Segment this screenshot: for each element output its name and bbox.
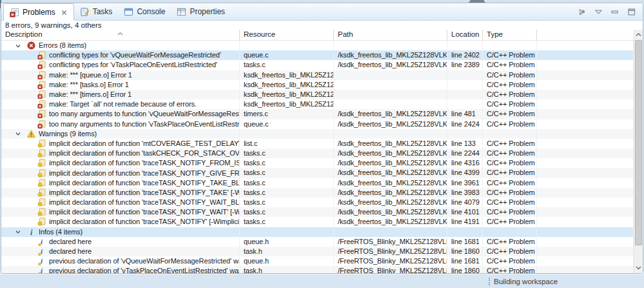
path-cell: /FreeRTOS_Blinky_MKL25Z128VLK4... (334, 266, 447, 273)
resource-cell: queue.c (240, 119, 334, 129)
expander-chevron-icon[interactable] (15, 229, 21, 235)
info-marker-icon: i (37, 247, 46, 256)
tasks-icon (80, 7, 90, 17)
tab-console[interactable]: Console (118, 3, 171, 20)
resource-cell: tasks.c (240, 60, 334, 70)
console-icon (124, 7, 133, 17)
resource-cell: tasks.c (240, 168, 334, 178)
group-label: Errors (8 items) (39, 41, 86, 50)
problem-row[interactable]: implicit declaration of function 'mtCOVE… (1, 139, 634, 149)
column-header-path[interactable]: Path (334, 30, 447, 40)
warning-marker-icon (37, 179, 46, 187)
location-cell: line 1681 (447, 237, 483, 247)
group-row-error[interactable]: Errors (8 items) (1, 41, 634, 50)
resource-cell: tasks.c (240, 149, 334, 158)
problem-row[interactable]: implicit declaration of function 'traceT… (1, 168, 634, 178)
filler-cell (537, 149, 634, 158)
location-cell: line 4079 (447, 198, 483, 207)
warning-marker-icon (37, 218, 46, 226)
resource-cell: queue.c (240, 50, 334, 60)
problem-row[interactable]: implicit declaration of function 'traceT… (1, 217, 634, 227)
description-cell: Errors (8 items) (1, 41, 240, 50)
filler-cell (537, 70, 634, 80)
resource-cell: tasks.c (240, 198, 334, 207)
description-cell: make: Target `all' not remade because of… (1, 99, 240, 109)
problem-row[interactable]: make: Target `all' not remade because of… (1, 99, 634, 109)
tab-label: Problems (23, 8, 55, 17)
problem-row[interactable]: iprevious declaration of 'vTaskPlaceOnEv… (1, 266, 634, 273)
problem-row[interactable]: implicit declaration of function 'traceT… (1, 207, 634, 217)
problem-row[interactable]: implicit declaration of function 'traceT… (1, 158, 634, 168)
scroll-up-icon[interactable] (634, 30, 643, 39)
location-cell (447, 129, 483, 139)
resource-cell: queue.h (240, 237, 334, 247)
filler-cell (537, 60, 634, 70)
problem-description: conflicting types for 'vTaskPlaceOnEvent… (49, 60, 217, 70)
column-header-location[interactable]: Location (447, 30, 483, 40)
location-cell (447, 41, 483, 50)
filter-icon[interactable] (577, 8, 586, 15)
description-cell: conflicting types for 'vQueueWaitForMess… (1, 50, 240, 60)
problem-row[interactable]: make: *** [queue.o] Error 1ksdk_freertos… (1, 70, 634, 80)
problem-row[interactable]: too many arguments to function 'vTaskPla… (1, 119, 634, 129)
tab-tasks[interactable]: Tasks (74, 3, 119, 20)
error-group-icon (27, 41, 35, 50)
column-header-description[interactable]: Description (1, 30, 240, 40)
location-cell: line 2424 (447, 119, 483, 129)
description-cell: implicit declaration of function 'mtCOVE… (1, 139, 240, 149)
path-cell (334, 129, 447, 139)
scrollbar-thumb[interactable] (635, 40, 642, 245)
problem-row[interactable]: ideclared herequeue.h/FreeRTOS_Blinky_MK… (1, 237, 634, 247)
column-header-filler (537, 30, 634, 40)
expander-chevron-icon[interactable] (15, 130, 21, 137)
scroll-down-icon[interactable] (634, 263, 643, 273)
filler-cell (537, 119, 634, 129)
problem-row[interactable]: implicit declaration of function 'taskCH… (1, 149, 634, 158)
status-drag-handle[interactable] (489, 278, 490, 285)
problem-row[interactable]: too many arguments to function 'vQueueWa… (1, 109, 634, 119)
resource-cell (240, 41, 334, 50)
properties-icon (177, 7, 186, 17)
view-menu-icon[interactable] (594, 8, 603, 15)
problem-description: make: *** [timers.o] Error 1 (49, 90, 132, 99)
status-item: Building workspace (489, 278, 558, 285)
close-icon[interactable] (61, 9, 68, 16)
expander-chevron-icon[interactable] (15, 43, 21, 49)
path-cell (334, 70, 447, 80)
problem-row[interactable]: conflicting types for 'vTaskPlaceOnEvent… (1, 60, 634, 70)
minimize-icon[interactable] (610, 8, 620, 15)
svg-text:i: i (41, 257, 43, 265)
problem-description: previous declaration of 'vQueueWaitForMe… (49, 256, 239, 266)
column-header-type[interactable]: Type (483, 30, 537, 40)
problems-icon (10, 8, 19, 17)
type-cell: C/C++ Problem (483, 198, 537, 207)
problem-row[interactable]: implicit declaration of function 'traceT… (1, 198, 634, 207)
group-row-info[interactable]: iInfos (4 items) (1, 227, 634, 237)
tab-problems[interactable]: Problems (3, 3, 74, 21)
problem-row[interactable]: ideclared heretask.h/FreeRTOS_Blinky_MKL… (1, 247, 634, 256)
problem-row[interactable]: iprevious declaration of 'vQueueWaitForM… (1, 256, 634, 266)
problem-row[interactable]: make: *** [tasks.o] Error 1ksdk_freertos… (1, 80, 634, 90)
column-label: Description (5, 30, 43, 38)
filler-cell (537, 168, 634, 178)
problem-row[interactable]: conflicting types for 'vQueueWaitForMess… (1, 50, 634, 60)
problem-row[interactable]: make: *** [timers.o] Error 1ksdk_freerto… (1, 90, 634, 99)
column-header-resource[interactable]: Resource (240, 30, 334, 40)
view-tab-bar: ProblemsTasksConsoleProperties (1, 3, 643, 21)
info-marker-icon: i (37, 257, 46, 265)
description-cell: implicit declaration of function 'taskCH… (1, 149, 240, 158)
location-cell (447, 90, 483, 99)
problem-row[interactable]: implicit declaration of function 'traceT… (1, 188, 634, 198)
filler-cell (537, 227, 634, 237)
description-cell: ideclared here (1, 247, 240, 256)
location-cell: line 2402 (447, 50, 483, 60)
description-cell: implicit declaration of function 'traceT… (1, 168, 240, 178)
tab-label: Console (137, 7, 165, 16)
group-row-warning[interactable]: Warnings (9 items) (1, 129, 634, 139)
problem-row[interactable]: implicit declaration of function 'traceT… (1, 178, 634, 188)
filler-cell (537, 139, 634, 149)
filler-cell (537, 256, 634, 266)
tab-properties[interactable]: Properties (171, 3, 231, 20)
vertical-scrollbar[interactable] (634, 30, 643, 273)
maximize-icon[interactable] (627, 8, 636, 15)
